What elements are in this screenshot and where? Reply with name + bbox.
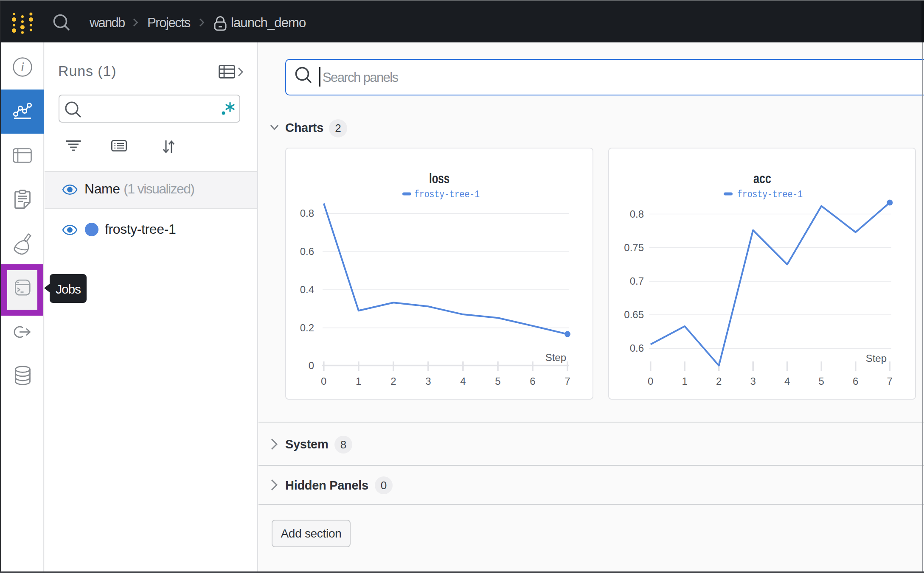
svg-text:1: 1 [356, 375, 361, 387]
svg-text:6: 6 [530, 375, 535, 387]
svg-text:1: 1 [682, 375, 688, 387]
svg-text:3: 3 [750, 375, 756, 387]
svg-text:Step: Step [545, 352, 566, 363]
svg-text:i: i [21, 59, 25, 74]
svg-text:4: 4 [784, 375, 790, 387]
svg-text:2: 2 [390, 375, 396, 387]
svg-text:0.7: 0.7 [630, 275, 644, 287]
svg-text:0.65: 0.65 [624, 309, 644, 320]
svg-text:frosty-tree-1: frosty-tree-1 [737, 189, 803, 200]
svg-text:6: 6 [853, 375, 858, 387]
svg-text:0.4: 0.4 [300, 284, 314, 295]
svg-text:0.6: 0.6 [300, 246, 314, 257]
svg-text:0: 0 [309, 360, 314, 371]
svg-text:frosty-tree-1: frosty-tree-1 [414, 189, 480, 200]
svg-text:0.2: 0.2 [300, 322, 314, 333]
svg-text:0.8: 0.8 [630, 208, 644, 220]
svg-text:loss: loss [429, 171, 449, 186]
svg-text:0.75: 0.75 [624, 242, 644, 253]
svg-text:2: 2 [716, 375, 722, 387]
svg-text:0.6: 0.6 [630, 342, 644, 354]
svg-text:0: 0 [321, 375, 326, 387]
svg-text:0.8: 0.8 [300, 207, 314, 219]
svg-text:0: 0 [648, 375, 653, 387]
svg-text:5: 5 [495, 375, 500, 387]
svg-text:acc: acc [753, 171, 771, 186]
svg-text:4: 4 [460, 375, 466, 387]
svg-text:7: 7 [565, 375, 570, 387]
svg-text:5: 5 [819, 375, 824, 387]
svg-text:3: 3 [425, 375, 431, 387]
svg-text:Step: Step [866, 353, 887, 364]
svg-text:7: 7 [887, 375, 893, 387]
